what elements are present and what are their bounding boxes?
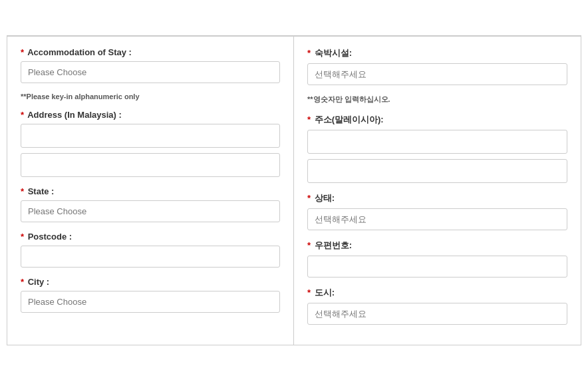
hint-text-right: **영숫자만 입력하십시오. (307, 95, 567, 104)
accommodation-group-left: * Accommodation of Stay : (21, 47, 280, 83)
postcode-required-left: * (21, 232, 24, 242)
city-input-right[interactable] (307, 303, 567, 325)
accommodation-input-right[interactable] (307, 63, 567, 85)
form-container: * Accommodation of Stay : **Please key-i… (7, 35, 581, 345)
state-required-right: * (307, 193, 311, 203)
city-required-right: * (307, 287, 311, 297)
postcode-input-left[interactable] (21, 246, 280, 268)
city-group-left: * City : (21, 277, 280, 313)
address-line1-right[interactable] (307, 130, 567, 154)
address-label-left: * Address (In Malaysia) : (21, 110, 280, 120)
city-label-left: * City : (21, 277, 280, 287)
address-group-left: * Address (In Malaysia) : (21, 110, 280, 177)
postcode-group-right: * 우편번호: (307, 240, 567, 278)
state-group-right: * 상태: (307, 192, 567, 230)
address-line1-left[interactable] (21, 124, 280, 148)
postcode-group-left: * Postcode : (21, 232, 280, 268)
accommodation-label-right: * 숙박시설: (307, 47, 567, 59)
state-label-left: * State : (21, 186, 280, 196)
accommodation-input-left[interactable] (21, 61, 280, 83)
state-input-right[interactable] (307, 208, 567, 230)
address-required-right: * (307, 114, 311, 124)
hint-group-right: **영숫자만 입력하십시오. (307, 95, 567, 104)
accommodation-label-left: * Accommodation of Stay : (21, 47, 280, 57)
address-line2-left[interactable] (21, 153, 280, 177)
accommodation-group-right: * 숙박시설: (307, 47, 567, 85)
right-column: * 숙박시설: **영숫자만 입력하십시오. * 주소(말레이시아): (294, 37, 581, 345)
address-group-right: * 주소(말레이시아): (307, 114, 567, 183)
left-column: * Accommodation of Stay : **Please key-i… (7, 37, 294, 345)
postcode-label-right: * 우편번호: (307, 240, 567, 252)
state-required-left: * (21, 186, 24, 196)
hint-text-left: **Please key-in alphanumeric only (21, 93, 280, 100)
state-group-left: * State : (21, 186, 280, 222)
city-group-right: * 도시: (307, 287, 567, 325)
state-input-left[interactable] (21, 200, 280, 222)
accommodation-required-right: * (307, 48, 311, 58)
city-label-right: * 도시: (307, 287, 567, 299)
postcode-input-right[interactable] (307, 256, 567, 278)
address-line2-right[interactable] (307, 159, 567, 183)
city-required-left: * (21, 277, 24, 287)
form-grid: * Accommodation of Stay : **Please key-i… (7, 36, 581, 345)
postcode-label-left: * Postcode : (21, 232, 280, 242)
city-input-left[interactable] (21, 291, 280, 313)
address-required-left: * (21, 110, 24, 120)
accommodation-required-left: * (21, 47, 24, 57)
hint-group-left: **Please key-in alphanumeric only (21, 93, 280, 100)
address-label-right: * 주소(말레이시아): (307, 114, 567, 126)
postcode-required-right: * (307, 240, 311, 250)
state-label-right: * 상태: (307, 192, 567, 204)
